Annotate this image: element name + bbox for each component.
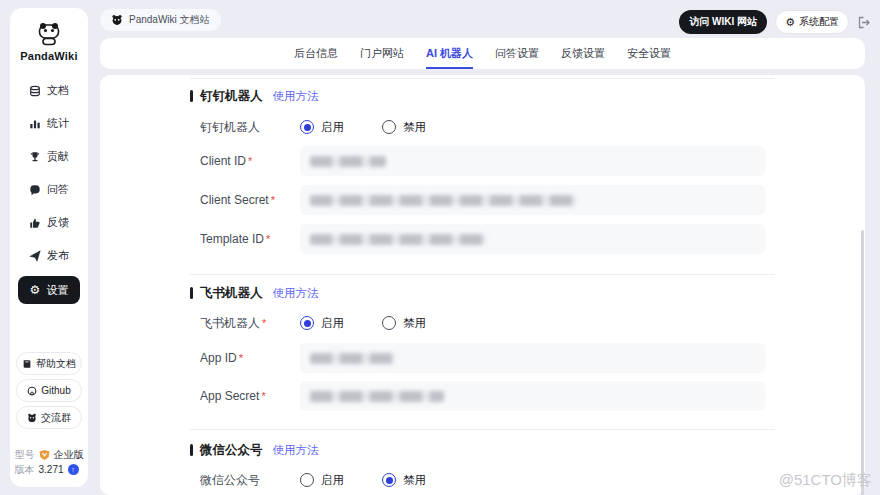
- usage-link[interactable]: 使用方法: [273, 89, 319, 104]
- watermark: @51CTO博客: [779, 471, 872, 490]
- radio-disable[interactable]: [382, 120, 396, 134]
- template-id-input[interactable]: [300, 224, 765, 254]
- stats-icon: [29, 118, 41, 130]
- topbar-actions: 访问 WIKI 网站 ⚙ 系统配置: [679, 10, 870, 34]
- radio-disable[interactable]: [382, 316, 396, 330]
- divider: [190, 429, 775, 430]
- settings-panel: 钉钉机器人 使用方法 钉钉机器人 启用 禁用 Client ID* Client…: [100, 75, 865, 495]
- radio-enable[interactable]: [300, 120, 314, 134]
- tab-feedback-settings[interactable]: 反馈设置: [561, 38, 605, 69]
- sidebar-footer: 帮助文档 Github 交流群 型号 企业版 版本 3.271 ↑: [15, 352, 84, 477]
- required-asterisk: *: [266, 233, 270, 245]
- section-feishu-header: 飞书机器人 使用方法: [190, 285, 319, 301]
- app-id-input[interactable]: [300, 343, 765, 373]
- section-title: 飞书机器人: [200, 285, 263, 302]
- version-update-badge[interactable]: ↑: [68, 464, 79, 475]
- sidebar-item-contribution[interactable]: 贡献: [29, 140, 69, 173]
- masked-value: [310, 353, 394, 364]
- breadcrumb[interactable]: PandaWiki 文档站: [100, 9, 221, 31]
- field-label: App Secret*: [200, 389, 266, 403]
- section-dingtalk-header: 钉钉机器人 使用方法: [190, 88, 319, 104]
- required-asterisk: *: [248, 155, 252, 167]
- visit-wiki-button[interactable]: 访问 WIKI 网站: [679, 10, 767, 34]
- radio-enable[interactable]: [300, 473, 314, 487]
- client-secret-input[interactable]: [300, 185, 765, 215]
- client-id-input[interactable]: [300, 146, 765, 176]
- settings-tab-bar: 后台信息 门户网站 AI 机器人 问答设置 反馈设置 安全设置: [100, 38, 865, 69]
- logout-button[interactable]: [857, 16, 870, 29]
- tab-qa-settings[interactable]: 问答设置: [495, 38, 539, 69]
- usage-link[interactable]: 使用方法: [273, 286, 319, 301]
- panda-mini-icon: [111, 14, 123, 26]
- send-icon: [29, 250, 41, 262]
- section-title: 钉钉机器人: [200, 88, 263, 105]
- sidebar-info: 型号 企业版 版本 3.271 ↑: [15, 447, 84, 477]
- community-button[interactable]: 交流群: [16, 406, 82, 429]
- required-asterisk: *: [262, 317, 266, 329]
- sidebar-item-publish[interactable]: 发布: [29, 239, 69, 272]
- radio-enable-label: 启用: [321, 316, 344, 331]
- github-button[interactable]: Github: [16, 379, 82, 402]
- tab-portal-site[interactable]: 门户网站: [360, 38, 404, 69]
- usage-link[interactable]: 使用方法: [273, 443, 319, 458]
- radio-group: 启用 禁用: [300, 473, 426, 488]
- app-secret-input[interactable]: [300, 381, 765, 411]
- system-config-button[interactable]: ⚙ 系统配置: [775, 10, 849, 34]
- logout-icon: [857, 16, 870, 29]
- radio-enable[interactable]: [300, 316, 314, 330]
- masked-value: [310, 391, 444, 402]
- system-config-label: 系统配置: [799, 15, 839, 29]
- section-bar: [190, 444, 193, 456]
- field-label: Client ID*: [200, 154, 252, 168]
- field-label: Client Secret*: [200, 193, 275, 207]
- tab-backend-info[interactable]: 后台信息: [294, 38, 338, 69]
- logo-area: PandaWiki: [20, 20, 77, 62]
- gear-icon: ⚙: [30, 284, 41, 296]
- crown-icon: [39, 450, 50, 460]
- masked-value: [310, 195, 576, 206]
- panda-face-icon: [27, 413, 37, 423]
- version-label: 版本: [15, 462, 35, 477]
- sidebar-item-docs[interactable]: 文档: [29, 74, 69, 107]
- tab-ai-bot[interactable]: AI 机器人: [426, 38, 473, 69]
- tab-security-settings[interactable]: 安全设置: [627, 38, 671, 69]
- sidebar-item-label: 反馈: [47, 215, 69, 230]
- section-title: 微信公众号: [200, 442, 263, 459]
- field-label: App ID*: [200, 351, 243, 365]
- sidebar-item-qa[interactable]: 问答: [29, 173, 69, 206]
- sidebar-menu: 文档 统计 贡献 问答 反馈 发布 ⚙: [10, 74, 88, 304]
- radio-disable-label: 禁用: [403, 473, 426, 488]
- sidebar-item-label: 文档: [47, 83, 69, 98]
- radio-group: 启用 禁用: [300, 316, 426, 331]
- masked-value: [310, 234, 486, 245]
- brand-name: PandaWiki: [20, 50, 77, 62]
- sidebar-item-label: 发布: [47, 248, 69, 263]
- divider: [190, 78, 775, 79]
- model-value: 企业版: [54, 447, 84, 462]
- model-label: 型号: [15, 447, 35, 462]
- sidebar-item-label: 设置: [46, 283, 68, 298]
- sidebar-item-settings[interactable]: ⚙ 设置: [18, 276, 80, 304]
- github-icon: [27, 386, 37, 396]
- feishu-toggle-row: 飞书机器人* 启用 禁用: [200, 314, 775, 332]
- panda-logo-icon: [36, 20, 62, 46]
- radio-disable-label: 禁用: [403, 316, 426, 331]
- radio-enable-label: 启用: [321, 120, 344, 135]
- required-asterisk: *: [271, 194, 275, 206]
- book-icon: [22, 359, 32, 369]
- toggle-label: 微信公众号: [200, 472, 260, 489]
- trophy-icon: [29, 151, 41, 163]
- radio-disable[interactable]: [382, 473, 396, 487]
- sidebar-item-stats[interactable]: 统计: [29, 107, 69, 140]
- radio-enable-label: 启用: [321, 473, 344, 488]
- chat-bubble-icon: [29, 184, 41, 196]
- scrollbar-thumb[interactable]: [861, 230, 864, 495]
- section-wechat-header: 微信公众号 使用方法: [190, 442, 319, 458]
- sidebar-item-feedback[interactable]: 反馈: [29, 206, 69, 239]
- required-asterisk: *: [239, 352, 243, 364]
- sidebar: PandaWiki 文档 统计 贡献 问答 反馈: [10, 8, 88, 487]
- version-value: 3.271: [39, 462, 64, 477]
- radio-disable-label: 禁用: [403, 120, 426, 135]
- dingtalk-toggle-row: 钉钉机器人 启用 禁用: [200, 118, 775, 136]
- help-docs-button[interactable]: 帮助文档: [16, 352, 82, 375]
